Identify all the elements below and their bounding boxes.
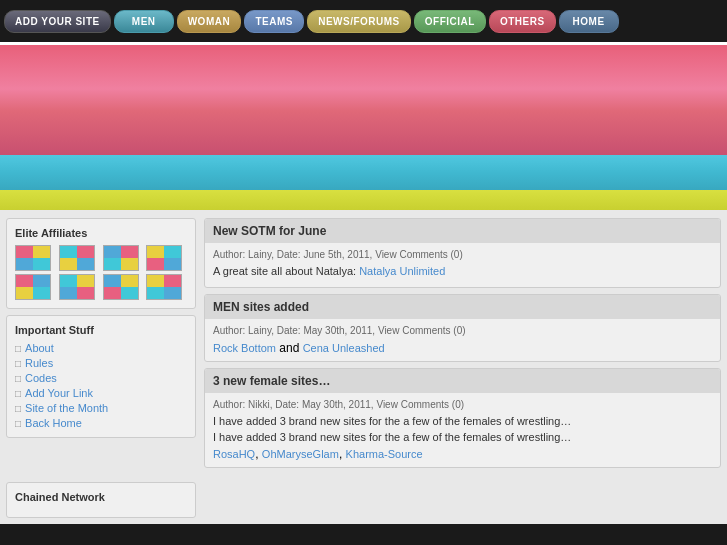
- content-link[interactable]: OhMaryseGlam: [262, 448, 339, 460]
- content-text: I have added 3 brand new sites for the a…: [213, 415, 712, 427]
- content-link[interactable]: RosaHQ: [213, 448, 255, 460]
- nav-item-add-your-site[interactable]: Add Your Site: [4, 10, 111, 33]
- content-block-body: Author: Lainy, Date: May 30th, 2011, Vie…: [205, 319, 720, 361]
- affiliates-grid: [15, 245, 187, 300]
- nav-item-woman[interactable]: Woman: [177, 10, 242, 33]
- content-meta: Author: Nikki, Date: May 30th, 2011, Vie…: [213, 399, 712, 410]
- content-links-line: RosaHQ, OhMaryseGlam, Kharma-Source: [213, 447, 712, 461]
- sidebar: Elite Affiliates Important Stuff AboutRu…: [6, 218, 196, 472]
- main-content: Elite Affiliates Important Stuff AboutRu…: [0, 210, 727, 480]
- content-meta: Author: Lainy, Date: May 30th, 2011, Vie…: [213, 325, 712, 336]
- chained-network-box: Chained Network: [6, 482, 196, 518]
- nav-item-men[interactable]: Men: [114, 10, 174, 33]
- affiliate-thumb[interactable]: [15, 274, 51, 300]
- content-link[interactable]: Natalya Unlimited: [359, 265, 445, 277]
- navigation-bar: Add Your SiteMenWomanTeamsNews/ForumsOff…: [0, 0, 727, 42]
- sidebar-link-back-home[interactable]: Back Home: [25, 417, 82, 429]
- chained-title: Chained Network: [15, 491, 187, 503]
- list-item: Rules: [15, 357, 187, 369]
- affiliate-thumb[interactable]: [59, 274, 95, 300]
- important-links-list: AboutRulesCodesAdd Your LinkSite of the …: [15, 342, 187, 429]
- nav-item-others[interactable]: Others: [489, 10, 556, 33]
- nav-item-official[interactable]: Official: [414, 10, 486, 33]
- sidebar-link-rules[interactable]: Rules: [25, 357, 53, 369]
- content-block-header: 3 new female sites…: [205, 369, 720, 393]
- banner-blue: [0, 155, 727, 190]
- affiliate-thumb[interactable]: [15, 245, 51, 271]
- nav-item-home[interactable]: Home: [559, 10, 619, 33]
- content-link[interactable]: Cena Unleashed: [303, 342, 385, 354]
- content-meta: Author: Lainy, Date: June 5th, 2011, Vie…: [213, 249, 712, 260]
- banner-pink: [0, 45, 727, 155]
- list-item: About: [15, 342, 187, 354]
- list-item: Codes: [15, 372, 187, 384]
- content-links-line: Rock Bottom and Cena Unleashed: [213, 341, 712, 355]
- content-block-header: New SOTM for June: [205, 219, 720, 243]
- affiliate-thumb[interactable]: [103, 274, 139, 300]
- affiliate-thumb[interactable]: [146, 245, 182, 271]
- content-text: A great site all about Natalya: Natalya …: [213, 265, 712, 277]
- content-link[interactable]: Kharma-Source: [346, 448, 423, 460]
- banner-yellow: [0, 190, 727, 210]
- important-stuff-box: Important Stuff AboutRulesCodesAdd Your …: [6, 315, 196, 438]
- affiliates-title: Elite Affiliates: [15, 227, 187, 239]
- nav-item-teams[interactable]: Teams: [244, 10, 304, 33]
- content-text: I have added 3 brand new sites for the a…: [213, 431, 712, 443]
- affiliate-thumb[interactable]: [59, 245, 95, 271]
- sidebar-link-about[interactable]: About: [25, 342, 54, 354]
- sidebar-link-codes[interactable]: Codes: [25, 372, 57, 384]
- content-link-separator: and: [276, 341, 303, 355]
- content-block-block2: MEN sites addedAuthor: Lainy, Date: May …: [204, 294, 721, 362]
- content-block-block1: New SOTM for JuneAuthor: Lainy, Date: Ju…: [204, 218, 721, 288]
- important-title: Important Stuff: [15, 324, 187, 336]
- list-item: Add Your Link: [15, 387, 187, 399]
- nav-item-news-forums[interactable]: News/Forums: [307, 10, 411, 33]
- bottom-area: Chained Network: [0, 480, 727, 524]
- affiliate-thumb[interactable]: [103, 245, 139, 271]
- content-block-body: Author: Lainy, Date: June 5th, 2011, Vie…: [205, 243, 720, 287]
- list-item: Site of the Month: [15, 402, 187, 414]
- content-block-header: MEN sites added: [205, 295, 720, 319]
- content-link[interactable]: Rock Bottom: [213, 342, 276, 354]
- content-area: New SOTM for JuneAuthor: Lainy, Date: Ju…: [196, 218, 721, 472]
- sidebar-link-site-of-the-month[interactable]: Site of the Month: [25, 402, 108, 414]
- list-item: Back Home: [15, 417, 187, 429]
- content-block-body: Author: Nikki, Date: May 30th, 2011, Vie…: [205, 393, 720, 467]
- affiliates-box: Elite Affiliates: [6, 218, 196, 309]
- sidebar-link-add-your-link[interactable]: Add Your Link: [25, 387, 93, 399]
- content-block-block3: 3 new female sites…Author: Nikki, Date: …: [204, 368, 721, 468]
- affiliate-thumb[interactable]: [146, 274, 182, 300]
